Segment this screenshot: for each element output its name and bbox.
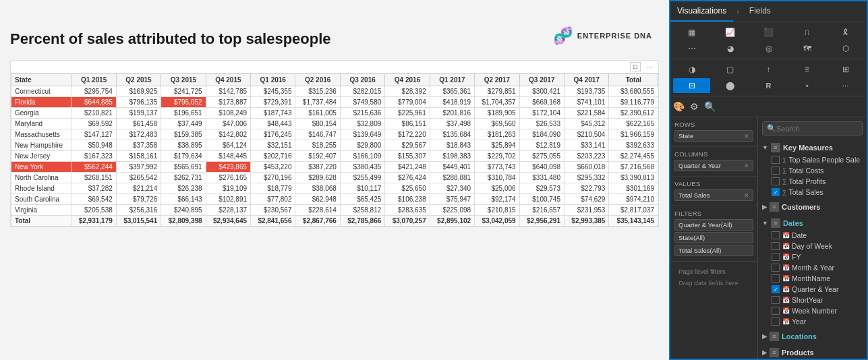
table-cell: $100,745 <box>519 194 564 205</box>
viz-table-icon[interactable]: ⊞ <box>827 62 864 77</box>
table-cell: $62,948 <box>295 194 340 205</box>
table-cell: $69,592 <box>71 119 116 129</box>
viz-slicer-icon[interactable]: ≡ <box>788 62 826 77</box>
table-cell: $221,584 <box>565 108 609 119</box>
viz-combo-icon[interactable]: ⎍ <box>788 25 826 40</box>
locations-header[interactable]: ▶ ≡ Locations <box>758 330 867 343</box>
field-item-top-sales-people-sale[interactable]: ∑Top Sales People Sale <box>758 154 867 165</box>
viz-filter-icon[interactable]: ⚙ <box>690 99 699 114</box>
dates-header[interactable]: ▼ ≡ Dates <box>758 216 867 230</box>
table-cell: $392,633 <box>609 140 658 151</box>
field-item-total-costs[interactable]: ∑Total Costs <box>758 165 867 176</box>
filters-section: Filters Quarter & Year(All)State(All)Tot… <box>670 206 757 262</box>
viz-more-icon[interactable]: ··· <box>827 78 864 93</box>
values-field-pill[interactable]: Total Sales ✕ <box>674 189 753 201</box>
filters-label: Filters <box>674 210 753 217</box>
field-item-total-profits[interactable]: ∑Total Profits <box>758 176 867 187</box>
field-type-icon: ∑ <box>782 156 786 163</box>
products-header[interactable]: ▶ ≡ Products <box>758 346 867 359</box>
filter-pill[interactable]: Quarter & Year(All) <box>674 219 753 231</box>
expand-icon[interactable]: ⊡ <box>630 62 641 71</box>
viz-funnel-icon[interactable]: ⬡ <box>827 41 864 56</box>
table-cell: $7,216,568 <box>609 162 658 173</box>
key-measures-header[interactable]: ▼ ≡ Key Measures <box>758 141 867 154</box>
table-cell: $418,919 <box>430 97 474 108</box>
locations-section: ▶ ≡ Locations <box>758 328 867 344</box>
filter-pill[interactable]: State(All) <box>674 232 753 243</box>
table-cell: $289,628 <box>295 173 340 183</box>
viz-matrix-icon[interactable]: ⊟ <box>673 78 710 93</box>
field-item-day-of-week[interactable]: 📅Day of Week <box>758 241 867 251</box>
field-item-fy[interactable]: 📅FY <box>758 251 867 262</box>
customers-header[interactable]: ▶ ≡ Customers <box>758 200 867 214</box>
viz-donut-icon[interactable]: ◎ <box>750 41 787 56</box>
table-row: South Carolina$69,542$79,726$66,143$102,… <box>11 194 658 205</box>
rows-field-pill[interactable]: State ✕ <box>674 130 753 142</box>
table-cell: $387,220 <box>295 162 340 173</box>
viz-waterfall-icon[interactable]: ⬤ <box>712 78 749 93</box>
report-title: Percent of sales attributed to top sales… <box>10 30 331 48</box>
table-cell: $28,392 <box>385 86 430 97</box>
table-cell: $1,704,357 <box>475 97 519 108</box>
viz-analytics-icon[interactable]: 🔍 <box>704 99 716 114</box>
field-item-monthname[interactable]: 📅MonthName <box>758 273 867 284</box>
table-cell: $288,881 <box>430 173 474 183</box>
viz-bar-icon[interactable]: ▦ <box>673 25 710 40</box>
field-item-shortyear[interactable]: 📅ShortYear <box>758 295 867 305</box>
drag-label: Drag data fields here <box>674 278 753 291</box>
table-cell: $283,635 <box>385 205 430 216</box>
rows-remove-icon[interactable]: ✕ <box>744 133 749 140</box>
field-checkbox <box>772 296 780 304</box>
table-cell: $2,809,398 <box>161 216 206 227</box>
field-item-month--year[interactable]: 📅Month & Year <box>758 262 867 273</box>
field-checkbox <box>772 231 780 239</box>
columns-field-pill[interactable]: Quarter & Year ✕ <box>674 160 753 171</box>
rows-section: Rows State ✕ <box>670 117 757 147</box>
values-remove-icon[interactable]: ✕ <box>744 192 749 199</box>
field-item-date[interactable]: 📅Date <box>758 230 867 241</box>
viz-r-icon[interactable]: R <box>750 78 787 93</box>
table-cell: $231,953 <box>565 205 609 216</box>
search-input[interactable] <box>776 125 867 133</box>
viz-pie-icon[interactable]: ◕ <box>712 41 749 56</box>
tab-fields[interactable]: Fields <box>743 1 778 22</box>
viz-card-icon[interactable]: ▢ <box>712 62 749 77</box>
field-item-quarter--year[interactable]: 📅Quarter & Year <box>758 284 867 295</box>
table-cell: $172,220 <box>385 129 430 140</box>
columns-label: Columns <box>674 150 753 158</box>
table-cell: $48,443 <box>251 119 295 129</box>
table-cell: $167,323 <box>71 151 116 162</box>
more-options-icon[interactable]: ··· <box>643 62 655 71</box>
table-cell: $270,196 <box>251 173 295 183</box>
viz-line-icon[interactable]: 📈 <box>712 25 749 40</box>
table-cell: $453,220 <box>251 162 295 173</box>
field-type-icon: ∑ <box>782 178 786 185</box>
col-total: Total <box>609 74 658 86</box>
viz-paint-icon[interactable]: 🎨 <box>673 99 685 114</box>
table-cell: $86,151 <box>385 119 430 129</box>
table-cell: $181,263 <box>475 129 519 140</box>
table-cell: $26,238 <box>161 183 206 194</box>
filter-pill[interactable]: Total Sales(All) <box>674 245 753 256</box>
field-checkbox <box>772 307 780 315</box>
viz-gauge-icon[interactable]: ◑ <box>673 62 710 77</box>
search-icon: 🔍 <box>767 124 776 133</box>
viz-map-icon[interactable]: 🗺 <box>788 41 826 56</box>
field-name: MonthName <box>792 274 830 282</box>
viz-kpi-icon[interactable]: ↑ <box>750 62 787 77</box>
locations-label: Locations <box>782 332 817 340</box>
field-item-week-number[interactable]: 📅Week Number <box>758 305 867 316</box>
viz-area-icon[interactable]: ⬛ <box>750 25 787 40</box>
table-cell: Connecticut <box>11 86 71 97</box>
viz-python-icon[interactable]: ⋆ <box>788 78 826 93</box>
key-measures-section: ▼ ≡ Key Measures ∑Top Sales People Sale∑… <box>758 140 867 199</box>
field-checkbox <box>772 253 780 261</box>
field-item-year[interactable]: 📅Year <box>758 316 867 327</box>
table-cell: $187,743 <box>251 108 295 119</box>
tab-visualizations[interactable]: Visualizations <box>670 1 733 22</box>
table-cell: $310,784 <box>475 173 519 183</box>
viz-scatter-icon[interactable]: ⋯ <box>673 41 710 56</box>
columns-remove-icon[interactable]: ✕ <box>744 162 749 169</box>
field-item-total-sales[interactable]: ∑Total Sales <box>758 187 867 198</box>
viz-ribbon-icon[interactable]: 🎗 <box>827 25 864 40</box>
